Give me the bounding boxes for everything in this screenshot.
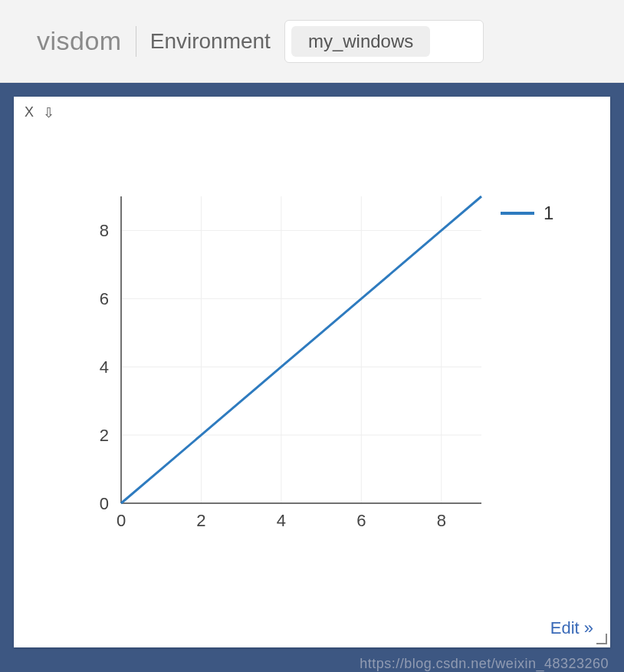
svg-text:0: 0 <box>100 494 109 513</box>
brand-label: visdom <box>37 26 122 56</box>
svg-text:0: 0 <box>117 511 126 530</box>
svg-text:4: 4 <box>277 511 286 530</box>
svg-text:8: 8 <box>100 221 109 240</box>
env-label: Environment <box>150 29 271 54</box>
resize-handle-icon[interactable] <box>596 634 607 644</box>
close-icon[interactable]: X <box>25 104 34 121</box>
svg-text:2: 2 <box>100 426 109 445</box>
line-chart[interactable]: 0246802468 <box>75 189 489 542</box>
plot-panel: X ⇩ 0246802468 1 Edit » <box>14 97 610 647</box>
edit-link[interactable]: Edit » <box>550 618 593 638</box>
svg-text:4: 4 <box>100 357 109 377</box>
env-select[interactable]: my_windows <box>284 20 484 63</box>
panel-controls: X ⇩ <box>25 104 54 121</box>
workspace: X ⇩ 0246802468 1 Edit » https://blog.csd… <box>0 83 624 672</box>
topbar: visdom Environment my_windows <box>0 0 624 83</box>
env-chip[interactable]: my_windows <box>291 26 430 57</box>
legend-label: 1 <box>544 203 553 224</box>
watermark: https://blog.csdn.net/weixin_48323260 <box>360 656 609 672</box>
svg-text:6: 6 <box>100 289 109 308</box>
plot-area[interactable]: 0246802468 <box>75 189 550 603</box>
download-icon[interactable]: ⇩ <box>43 104 54 121</box>
svg-text:6: 6 <box>356 511 366 530</box>
legend[interactable]: 1 <box>501 203 553 224</box>
svg-text:8: 8 <box>437 511 446 530</box>
divider <box>136 26 136 57</box>
svg-text:2: 2 <box>196 511 205 530</box>
legend-swatch <box>501 212 534 215</box>
